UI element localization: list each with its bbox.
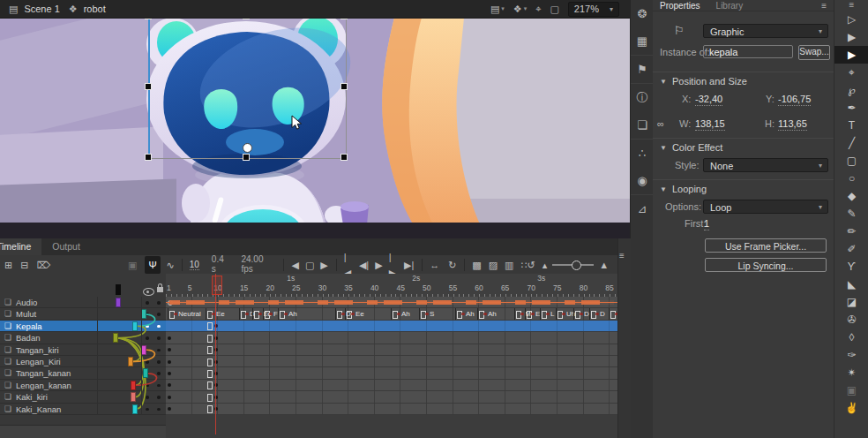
- use-frame-picker-button[interactable]: Use Frame Picker...: [705, 238, 827, 253]
- swap-button[interactable]: Swap...: [798, 45, 830, 60]
- align-panel-icon[interactable]: ⚑: [631, 56, 654, 84]
- hand-tool[interactable]: ✌: [834, 399, 868, 417]
- active-selection-tool[interactable]: ▶: [834, 46, 868, 64]
- frame-row-Lengan_kanan[interactable]: [166, 380, 617, 391]
- phoneme-segment[interactable]: S: [609, 308, 617, 319]
- edit-symbols-icon[interactable]: ❖: [513, 4, 522, 15]
- eyedropper-tool[interactable]: ✇: [834, 311, 868, 328]
- breadcrumb-scene[interactable]: Scene 1: [24, 4, 59, 14]
- color-panel-icon[interactable]: ❂: [631, 0, 654, 27]
- current-frame-value[interactable]: 10: [190, 260, 199, 270]
- rectangle-tool[interactable]: ▢: [834, 152, 868, 170]
- transform-handle[interactable]: [145, 154, 152, 161]
- step-back-icon[interactable]: ◀: [291, 257, 298, 273]
- looping-section-header[interactable]: ▼ Looping: [653, 179, 834, 198]
- go-last-icon[interactable]: ▶|: [404, 257, 414, 273]
- transform-handle[interactable]: [340, 154, 348, 161]
- phoneme-segment[interactable]: D: [573, 308, 589, 319]
- selection-tool[interactable]: ▶: [834, 28, 868, 46]
- camera-icon[interactable]: ▣: [128, 257, 137, 273]
- zoom-out-icon[interactable]: ▴: [542, 257, 548, 273]
- transform-handle[interactable]: [145, 83, 152, 90]
- phoneme-segment[interactable]: Ah: [477, 308, 514, 319]
- x-value[interactable]: -32,40: [695, 94, 722, 106]
- tools-menu-icon[interactable]: ≡: [834, 0, 868, 11]
- transform-handle[interactable]: [243, 154, 250, 161]
- playhead-line[interactable]: [215, 274, 217, 434]
- free-transform-tool[interactable]: ⌖: [834, 64, 868, 81]
- subselection-tool[interactable]: ▷: [834, 11, 868, 28]
- pencil-tool[interactable]: ✎: [834, 205, 868, 223]
- text-tool[interactable]: T: [834, 117, 868, 134]
- edit-multiple-icon[interactable]: ▥: [505, 257, 513, 273]
- tab-properties[interactable]: Properties: [660, 1, 700, 11]
- frame-ruler[interactable]: 15101520253035404550556065707580851s2s3s: [166, 274, 617, 298]
- frame-row-Tangan_kiri[interactable]: [166, 344, 617, 356]
- first-frame-value[interactable]: 1: [704, 218, 709, 230]
- edit-scene-dropdown-icon[interactable]: ▾: [501, 5, 505, 12]
- elapsed-time-value[interactable]: 0.4 s: [212, 254, 229, 275]
- onion-outline-icon[interactable]: ▨: [489, 257, 498, 273]
- phoneme-segment[interactable]: Ah: [278, 308, 335, 319]
- new-folder-icon[interactable]: ⊟: [20, 257, 28, 273]
- center-playhead-icon[interactable]: ↔: [430, 257, 439, 273]
- phoneme-segment[interactable]: Uh: [556, 308, 573, 319]
- prev-frame-icon[interactable]: ◀|: [359, 257, 369, 273]
- ink-bottle-tool[interactable]: ◪: [834, 293, 868, 311]
- phoneme-segment[interactable]: Ah: [455, 308, 477, 319]
- marker-options-icon[interactable]: ∷: [521, 257, 528, 273]
- edit-symbols-dropdown-icon[interactable]: ▾: [524, 5, 528, 12]
- info-panel-icon[interactable]: ⓘ: [631, 84, 654, 111]
- frame-indicator-icon[interactable]: ▢: [305, 257, 314, 273]
- frame-rate-value[interactable]: 24.00 fps: [241, 254, 273, 275]
- phoneme-segment[interactable]: Ah: [391, 308, 419, 319]
- zoom-in-icon[interactable]: ▲: [599, 257, 609, 273]
- frame-row-Mulut[interactable]: NeutralEeDEeFAhDEeAhSAhAhMELUhDDS: [166, 308, 617, 320]
- phoneme-segment[interactable]: S: [419, 308, 455, 319]
- style-select[interactable]: None ▾: [703, 158, 828, 172]
- lock-all-icon[interactable]: [157, 287, 163, 292]
- width-tool[interactable]: ✑: [834, 346, 868, 364]
- pen-tool[interactable]: ✒: [834, 99, 868, 117]
- phoneme-segment[interactable]: Ee: [252, 308, 263, 319]
- loop-playback-icon[interactable]: ↻: [448, 257, 456, 273]
- swatches-panel-icon[interactable]: ▦: [631, 27, 654, 56]
- show-hide-all-icon[interactable]: [143, 288, 154, 296]
- paint-bucket-tool[interactable]: ◣: [834, 276, 868, 293]
- step-forward-icon[interactable]: ▶: [320, 257, 327, 273]
- reset-zoom-icon[interactable]: ↺: [528, 257, 535, 273]
- frame-row-Badan[interactable]: [166, 332, 617, 344]
- parent-view-icon[interactable]: Ψ: [145, 256, 160, 274]
- new-layer-icon[interactable]: ⊞: [4, 257, 12, 273]
- onion-skin-icon[interactable]: ▩: [472, 257, 481, 273]
- loop-options-select[interactable]: Loop ▾: [703, 200, 828, 214]
- frames-area[interactable]: NeutralEeDEeFAhDEeAhSAhAhMELUhDDS: [166, 297, 617, 415]
- bone-tool[interactable]: Ƴ: [834, 258, 868, 276]
- camera-tool[interactable]: ▣: [834, 381, 868, 399]
- polystar-tool[interactable]: ◆: [834, 187, 868, 205]
- clapperboard-icon[interactable]: ▤: [9, 4, 18, 15]
- asset-warp-tool[interactable]: ✴: [834, 364, 868, 381]
- edit-scene-icon[interactable]: ▤: [490, 4, 499, 15]
- line-tool[interactable]: ╱: [834, 134, 868, 152]
- properties-menu-icon[interactable]: ≡: [821, 1, 827, 11]
- stage-canvas[interactable]: [0, 18, 630, 238]
- phoneme-segment[interactable]: E: [525, 308, 540, 319]
- frame-row-Kaki_kiri[interactable]: [166, 391, 617, 403]
- symbol-type-select[interactable]: Graphic ▾: [703, 24, 828, 38]
- transformation-point[interactable]: [243, 143, 252, 153]
- h-value[interactable]: 113,65: [778, 118, 807, 131]
- transform-handle[interactable]: [340, 83, 348, 90]
- w-value[interactable]: 138,15: [695, 118, 725, 131]
- phoneme-segment[interactable]: Ee: [345, 308, 391, 319]
- clip-content-icon[interactable]: ▢: [550, 4, 558, 15]
- eraser-tool[interactable]: ◊: [834, 328, 868, 346]
- phoneme-segment[interactable]: D: [239, 308, 252, 319]
- link-dimensions-icon[interactable]: ∞: [657, 118, 664, 129]
- classic-brush-tool[interactable]: ✐: [834, 240, 868, 258]
- phoneme-segment[interactable]: M: [514, 308, 525, 319]
- phoneme-segment[interactable]: L: [540, 308, 556, 319]
- instance-name-field[interactable]: kepala: [703, 45, 793, 58]
- symbol-icon[interactable]: ❖: [69, 4, 78, 15]
- cc-libraries-panel-icon[interactable]: ◉: [631, 167, 654, 195]
